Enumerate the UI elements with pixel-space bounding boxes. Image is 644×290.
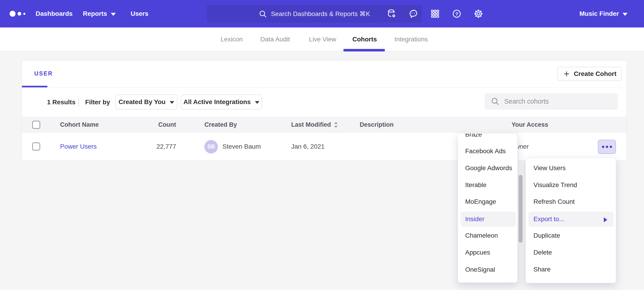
- submenu-item-appcues[interactable]: Appcues: [458, 244, 518, 261]
- tab-live-view[interactable]: Live View: [309, 28, 336, 51]
- submenu-item-facebook-ads[interactable]: Facebook Ads: [458, 143, 518, 160]
- user-tab-underline: [22, 86, 48, 87]
- menu-item-share-label: Share: [534, 266, 550, 273]
- active-tab-underline: [344, 49, 385, 51]
- tab-lexicon-label: Lexicon: [220, 36, 243, 43]
- nav-dashboards-label: Dashboards: [36, 10, 72, 17]
- col-your-access[interactable]: Your Access: [512, 121, 548, 128]
- submenu-item-insider[interactable]: Insider: [458, 211, 518, 227]
- submenu-item-facebook-ads-label: Facebook Ads: [465, 148, 506, 155]
- tab-user-cohorts[interactable]: USER: [34, 70, 53, 77]
- menu-item-visualize-trend-label: Visualize Trend: [534, 181, 577, 189]
- filter-by-label: Filter by: [85, 88, 110, 117]
- submenu-item-insider-label: Insider: [465, 215, 484, 223]
- cohort-search-box[interactable]: [484, 93, 618, 109]
- tab-cohorts-label: Cohorts: [352, 36, 377, 43]
- col-created-by[interactable]: Created By: [204, 121, 237, 128]
- col-last-modified[interactable]: Last Modified: [291, 121, 339, 128]
- submenu-item-appcues-label: Appcues: [465, 249, 490, 256]
- tab-integrations[interactable]: Integrations: [394, 28, 428, 51]
- submenu-item-chameleon-label: Chameleon: [465, 232, 498, 239]
- submenu-item-braze-label: Braze: [465, 133, 482, 138]
- tab-cohorts[interactable]: Cohorts: [352, 28, 377, 51]
- table-header: Cohort Name Count Created By Last Modifi…: [22, 117, 627, 133]
- settings-gear-icon[interactable]: [473, 8, 484, 20]
- chevron-down-icon: [255, 101, 260, 104]
- plus-icon: [563, 70, 570, 78]
- submenu-item-braze[interactable]: Braze: [458, 133, 518, 143]
- help-icon[interactable]: ?: [451, 8, 462, 20]
- tab-lexicon[interactable]: Lexicon: [220, 28, 243, 51]
- cohort-count: 22,777: [132, 143, 176, 150]
- project-switcher[interactable]: Music Finder: [579, 0, 628, 28]
- submenu-item-iterable-label: Iterable: [465, 181, 486, 189]
- dot-icon: [602, 146, 604, 148]
- tab-data-audit[interactable]: Data Audit: [260, 28, 290, 51]
- cohorts-card: USER Create Cohort 1 Results Filter by C…: [22, 60, 627, 160]
- tab-data-audit-label: Data Audit: [260, 36, 290, 43]
- filter-row: 1 Results Filter by Created By You All A…: [22, 88, 627, 117]
- data-management-icon[interactable]: [386, 8, 397, 20]
- menu-item-refresh-count[interactable]: Refresh Count: [526, 194, 616, 210]
- col-count[interactable]: Count: [132, 121, 176, 128]
- sort-icon: [333, 121, 339, 128]
- menu-item-visualize-trend[interactable]: Visualize Trend: [526, 177, 616, 193]
- tab-integrations-label: Integrations: [394, 36, 428, 43]
- submenu-item-iterable[interactable]: Iterable: [458, 177, 518, 193]
- integrations-filter-dropdown[interactable]: All Active Integrations: [181, 94, 262, 109]
- table-row[interactable]: Power Users 22,777 SB Steven Baum Jan 6,…: [22, 133, 627, 160]
- search-icon: [490, 97, 500, 106]
- created-by-filter-label: Created By You: [118, 98, 166, 106]
- created-by-cell: SB Steven Baum: [204, 140, 261, 154]
- integrations-filter-label: All Active Integrations: [184, 98, 251, 106]
- submenu-scrollbar-thumb[interactable]: [519, 175, 522, 243]
- submenu-item-moengage[interactable]: MoEngage: [458, 194, 518, 210]
- select-all-checkbox[interactable]: [32, 121, 40, 129]
- submenu-item-chameleon[interactable]: Chameleon: [458, 227, 518, 244]
- menu-item-duplicate-label: Duplicate: [534, 232, 560, 239]
- last-modified-cell: Jan 6, 2021: [291, 143, 324, 150]
- mixpanel-logo-icon[interactable]: [10, 0, 25, 28]
- nav-reports[interactable]: Reports: [83, 0, 116, 28]
- menu-item-delete[interactable]: Delete: [526, 244, 616, 261]
- cohort-name-link[interactable]: Power Users: [60, 143, 96, 150]
- nav-users-label: Users: [131, 10, 148, 17]
- feedback-icon[interactable]: [408, 8, 419, 20]
- created-by-filter-dropdown[interactable]: Created By You: [115, 94, 178, 109]
- section-tabs: Lexicon Data Audit Live View Cohorts Int…: [0, 28, 644, 51]
- nav-icon-group: ?: [386, 0, 484, 28]
- chevron-down-icon: [111, 13, 116, 16]
- col-description[interactable]: Description: [360, 121, 394, 128]
- chevron-down-icon: [170, 101, 174, 104]
- svg-text:?: ?: [455, 11, 458, 17]
- col-cohort-name[interactable]: Cohort Name: [60, 121, 99, 128]
- row-actions-button[interactable]: [598, 140, 616, 154]
- menu-item-share[interactable]: Share: [526, 261, 616, 278]
- menu-item-export-to[interactable]: Export to...: [526, 211, 616, 227]
- menu-item-view-users[interactable]: View Users: [526, 160, 616, 176]
- submenu-item-moengage-label: MoEngage: [465, 198, 496, 205]
- search-icon: [258, 10, 267, 18]
- tab-live-view-label: Live View: [309, 36, 336, 43]
- results-count: 1 Results: [47, 88, 76, 117]
- submenu-item-onesignal[interactable]: OneSignal: [458, 261, 518, 278]
- project-name: Music Finder: [579, 10, 619, 17]
- global-search-placeholder: Search Dashboards & Reports ⌘K: [271, 10, 370, 18]
- menu-item-duplicate[interactable]: Duplicate: [526, 227, 616, 244]
- nav-dashboards[interactable]: Dashboards: [36, 0, 72, 28]
- apps-grid-icon[interactable]: [429, 8, 441, 20]
- create-cohort-button[interactable]: Create Cohort: [558, 67, 622, 81]
- menu-item-refresh-count-label: Refresh Count: [534, 198, 575, 205]
- cohort-search-input[interactable]: [504, 98, 607, 105]
- dot-icon: [610, 146, 612, 148]
- submenu-item-google-adwords[interactable]: Google Adwords: [458, 160, 518, 176]
- row-checkbox[interactable]: [32, 142, 40, 151]
- col-last-modified-label: Last Modified: [291, 121, 331, 128]
- creator-name: Steven Baum: [222, 143, 261, 150]
- export-to-submenu: Braze Facebook Ads Google Adwords Iterab…: [458, 133, 518, 283]
- nav-users[interactable]: Users: [131, 0, 148, 28]
- submenu-arrow-icon: [604, 217, 607, 222]
- menu-item-export-to-label: Export to...: [534, 215, 564, 223]
- chevron-down-icon: [622, 13, 628, 16]
- menu-item-view-users-label: View Users: [534, 165, 566, 172]
